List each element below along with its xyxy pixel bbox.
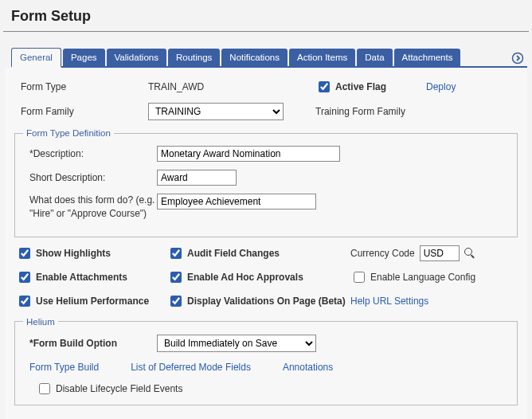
use-helium-checkbox[interactable] [19,296,30,307]
page-title: Form Setup [11,8,521,25]
use-helium-label: Use Helium Performance [36,296,149,307]
form-build-option-label: *Form Build Option [23,338,157,349]
display-validations-checkbox[interactable] [170,296,182,307]
short-description-label: Short Description: [23,172,157,183]
what-does-label: What does this form do? (e.g. "Hire" or … [23,194,157,221]
enable-language-label: Enable Language Config [370,272,475,283]
show-highlights-checkbox[interactable] [19,248,30,259]
deploy-link[interactable]: Deploy [426,81,456,92]
description-input[interactable] [157,146,340,162]
tab-attachments[interactable]: Attachments [394,49,461,66]
tab-notifications[interactable]: Notifications [221,49,288,66]
enable-adhoc-checkbox[interactable] [170,272,182,283]
helium-legend: Helium [23,317,58,327]
currency-code-label: Currency Code [350,248,415,259]
help-url-link[interactable]: Help URL Settings [350,296,516,307]
lookup-icon[interactable] [464,248,475,259]
form-type-value: TRAIN_AWD [148,81,291,92]
form-family-select[interactable]: TRAINING [148,103,284,120]
tab-data[interactable]: Data [357,49,392,66]
chevron-right-circle-icon [511,52,524,65]
tab-action-items[interactable]: Action Items [289,49,355,66]
currency-code-input[interactable] [420,245,460,261]
form-family-label: Form Family [14,106,148,117]
enable-attachments-label: Enable Attachments [36,272,127,283]
audit-field-changes-checkbox[interactable] [170,248,182,259]
tab-validations[interactable]: Validations [107,49,166,66]
form-family-desc: Training Form Family [315,106,405,117]
short-description-input[interactable] [157,170,237,186]
form-type-label: Form Type [14,81,148,92]
display-validations-label: Display Validations On Page (Beta) [187,296,346,307]
enable-language-checkbox[interactable] [354,272,365,283]
description-label: *Description: [23,148,157,159]
svg-point-0 [513,53,523,64]
tab-strip: General Pages Validations Routings Notif… [11,46,527,68]
tab-general[interactable]: General [11,48,61,68]
show-highlights-label: Show Highlights [36,248,111,259]
audit-field-changes-label: Audit Field Changes [187,248,280,259]
disable-lifecycle-checkbox[interactable] [39,383,50,394]
active-flag-checkbox[interactable] [319,81,330,92]
helium-group: Helium *Form Build Option Build Immediat… [14,317,518,405]
disable-lifecycle-label: Disable Lifecycle Field Events [56,383,182,394]
tab-overflow-button[interactable] [508,49,527,66]
tab-routings[interactable]: Routings [168,49,220,66]
form-type-definition-group: Form Type Definition *Description: Short… [14,128,518,237]
annotations-link[interactable]: Annotations [283,362,333,373]
enable-adhoc-label: Enable Ad Hoc Approvals [187,272,303,283]
what-does-input[interactable] [157,194,316,210]
form-build-option-select[interactable]: Build Immediately on Save [157,335,316,352]
form-type-definition-legend: Form Type Definition [23,128,114,138]
form-type-build-link[interactable]: Form Type Build [29,362,99,373]
active-flag-label: Active Flag [335,81,386,92]
tab-content: Form Type TRAIN_AWD Active Flag Deploy F… [5,68,527,419]
tab-pages[interactable]: Pages [63,49,105,66]
deferred-mode-fields-link[interactable]: List of Deferred Mode Fields [131,362,251,373]
enable-attachments-checkbox[interactable] [19,272,30,283]
